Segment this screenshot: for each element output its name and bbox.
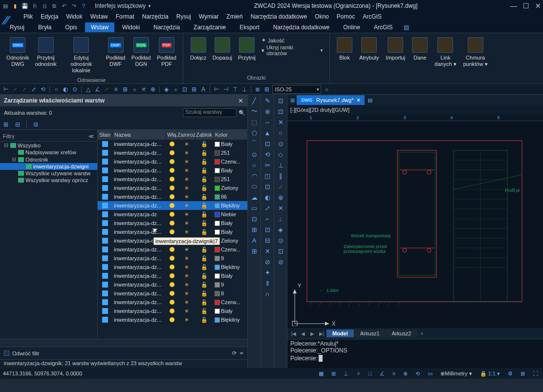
toolbar-button[interactable]: ⊘ (262, 257, 273, 267)
sb-lwt-icon[interactable]: ≡ (391, 371, 397, 376)
rtab-eksport[interactable]: Eksport (234, 22, 265, 32)
sb-units-icon[interactable]: ⊕Millimetry ▾ (438, 371, 474, 377)
tab-nav-next[interactable]: ▶ (308, 331, 317, 336)
qat-saveas-icon[interactable]: ⎘ (31, 2, 38, 9)
tab-nav-last[interactable]: ▶| (317, 331, 326, 336)
tool-icon[interactable]: ⟋ (103, 85, 110, 93)
ribbon-button[interactable]: Dołącz (187, 35, 210, 74)
toolbar-button[interactable]: ⊙ (275, 235, 286, 245)
toolbar-button[interactable]: ◫ (262, 171, 273, 181)
sb-gear-icon[interactable]: ⚙ (506, 371, 515, 377)
ribbon-button[interactable]: DGNPodkładDGN (129, 35, 153, 76)
toolbar-button[interactable]: ╱ (249, 96, 260, 105)
table-row[interactable]: inwentaryzacja-dz...☀🔓 Biały (98, 227, 247, 236)
toolbar-button[interactable]: ⇕ (262, 278, 273, 288)
qat-preview-icon[interactable]: ⧉ (51, 2, 58, 9)
tool-icon[interactable]: ⊢ (213, 85, 220, 93)
ribbon-button[interactable]: PDFPodkładPDF (154, 35, 179, 76)
window-list-icon[interactable]: ▤ (365, 97, 375, 103)
close-tab-icon[interactable]: ✕ (356, 97, 361, 103)
ribbon-button[interactable]: Linkdanych ▾ (432, 35, 459, 80)
tab-arkusz2[interactable]: Arkusz2 (386, 330, 417, 337)
table-row[interactable]: inwentaryzacja-dz...☀🔓 251 (98, 148, 247, 157)
tree-item[interactable]: Wszystkie warstwy oprócz (0, 177, 97, 184)
qat-undo-icon[interactable]: ↶ (61, 2, 67, 9)
tool-icon[interactable]: ⤢ (30, 85, 38, 93)
toolbar-button[interactable]: ○ (275, 128, 286, 138)
rtab-online[interactable]: Online (337, 22, 366, 32)
toolbar-button[interactable]: ⌐ (262, 214, 273, 224)
table-row[interactable]: inwentaryzacja-dz...☀🔓 Błękitny (98, 263, 247, 271)
tool-icon[interactable]: ⟐ (323, 85, 330, 93)
rtab-bryla[interactable]: Bryła (32, 22, 57, 32)
sb-osnap-icon[interactable]: □ (367, 371, 374, 376)
toolbar-button[interactable]: ⌒ (249, 139, 260, 148)
toolbar-button[interactable]: ⊥ (275, 160, 286, 170)
qat-help-icon[interactable]: ? (80, 2, 87, 9)
toolbar-button[interactable]: ◠ (249, 171, 260, 181)
tree-item[interactable]: ⊟Wszystko (0, 142, 97, 149)
table-row[interactable]: inwentaryzacja-dz☀🔓 Niebie (98, 210, 247, 219)
tool-icon[interactable]: ⊞ (121, 85, 129, 93)
sb-otrack-icon[interactable]: ∠ (378, 371, 387, 377)
table-row[interactable]: inwentaryzacja-dz...☀🔓 Biały (98, 140, 247, 148)
table-row[interactable]: inwentaryzacja-dz...☀🔓 Biały (98, 219, 247, 227)
table-row[interactable]: inwentaryzacja-dz...☀🔓 Czerw... (98, 245, 247, 254)
maximize-button[interactable]: ☐ (523, 2, 529, 10)
rtab-widoki[interactable]: Widoki (116, 22, 146, 32)
ribbon-button[interactable]: Blok (334, 35, 355, 80)
toolbar-button[interactable]: ⟋ (275, 182, 286, 191)
tool-icon[interactable]: ⊣ (222, 85, 230, 93)
toolbar-button[interactable]: ⬚ (249, 117, 260, 127)
table-row[interactable]: inwentaryzacja-dz...☀🔓 Błękitny (98, 201, 247, 210)
toolbar-button[interactable]: ⊡ (275, 106, 286, 116)
toolbar-button[interactable]: ∩ (262, 289, 273, 299)
dimstyle-dropdown[interactable]: ISO-25 (272, 85, 321, 94)
new-filter-icon[interactable]: ⊞ (2, 121, 10, 128)
toolbar-button[interactable]: ✂ (262, 160, 273, 170)
toolbar-button[interactable]: ✕ (262, 246, 273, 256)
tool-icon[interactable]: ⊕ (149, 85, 157, 93)
tree-item[interactable]: Wszystkie używane warstw (0, 170, 97, 177)
toolbar-button[interactable]: ↔ (262, 117, 273, 127)
new-group-icon[interactable]: ⊟ (14, 121, 22, 128)
menu-zmien[interactable]: Zmień (226, 13, 242, 20)
table-row[interactable]: inwentaryzacja-dz...☀🔓 Błękitny (98, 315, 247, 324)
tab-add[interactable]: + (417, 331, 426, 336)
toolbar-button[interactable]: ◈ (275, 225, 286, 234)
toolbar-button[interactable]: ∥ (275, 171, 286, 181)
table-row[interactable]: inwentaryzacja-dz...☀🔓 Biały (98, 166, 247, 175)
tool-icon[interactable]: ⟐ (130, 85, 138, 93)
toolbar-button[interactable]: ⊡ (249, 214, 260, 224)
table-row[interactable]: inwentaryzacja-dz...☀🔓 9 (98, 254, 247, 263)
sb-max-icon[interactable]: ⛶ (531, 371, 540, 376)
menu-narzedzia-dod[interactable]: Narzędzia dodatkowe (251, 13, 307, 20)
tool-icon[interactable]: ⊤ (231, 85, 239, 93)
qat-save-icon[interactable]: 💾 (22, 2, 28, 9)
close-button[interactable]: ✕ (535, 2, 541, 10)
ribbon-button[interactable]: Edytuj odnośniklokalnie (60, 35, 103, 76)
toolbar-button[interactable]: ⬠ (249, 128, 260, 138)
tool-icon[interactable]: ⊡ (181, 85, 189, 93)
toolbar-button[interactable]: ⊕ (275, 192, 286, 202)
tool-icon[interactable]: △ (84, 85, 92, 93)
invert-filter-checkbox[interactable] (4, 351, 9, 356)
menu-rysuj[interactable]: Rysuj (176, 13, 191, 20)
tool-icon[interactable]: ⟐ (172, 85, 179, 93)
toolbar-button[interactable]: ⊡ (275, 96, 286, 105)
sb-grid-icon[interactable]: ⊞ (329, 371, 338, 377)
tool-icon[interactable]: ⊙ (71, 85, 79, 93)
table-row[interactable]: inwentaryzacja-dz...☀🔓 Biały (98, 307, 247, 315)
toolbar-button[interactable]: ○ (249, 160, 260, 170)
menu-arcgis[interactable]: ArcGIS (363, 13, 382, 20)
tool-icon[interactable]: ⟲ (39, 85, 47, 93)
toolbar-button[interactable]: ⊕ (262, 106, 273, 116)
table-row[interactable]: inwentaryzacja-dz...☀🔓 Czerw... (98, 157, 247, 166)
tool-icon[interactable]: ◐ (62, 85, 69, 93)
layer-state-icon[interactable]: ⧉ (32, 121, 40, 128)
menu-okno[interactable]: Okno (315, 13, 329, 20)
tool-icon[interactable]: ⤧ (140, 85, 148, 93)
tool-icon[interactable]: A (199, 85, 207, 93)
ribbon-button[interactable]: Dopasuj (210, 35, 235, 74)
tool-icon[interactable]: ⊞ (263, 85, 271, 93)
